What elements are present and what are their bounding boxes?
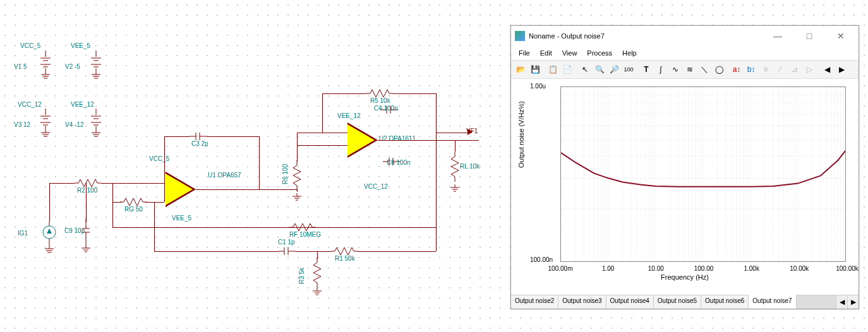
tab-scroll-left[interactable]: ◀: [836, 295, 847, 309]
cursor-a-icon[interactable]: a↕: [730, 62, 744, 76]
titlebar[interactable]: Noname - Output noise7 — □ ✕: [511, 26, 859, 46]
grid4-icon[interactable]: ▷: [802, 62, 816, 76]
wire: [112, 202, 121, 203]
zoom-fit-icon[interactable]: 100: [622, 62, 636, 76]
tab-scroll-right[interactable]: ▶: [847, 295, 859, 309]
wire: [164, 136, 190, 137]
plot-area[interactable]: Output noise (V/Hz½) Frequency (Hz) 1.00…: [511, 79, 859, 295]
probe-arrow-icon: [467, 129, 473, 135]
comp-r1: R1 50k: [335, 255, 355, 262]
curve2-icon[interactable]: ∿: [668, 62, 682, 76]
toolbar: 📂 💾 📋 📄 ↖ 🔍 🔎 100 T ∫ ∿ ≋ ＼ ◯ a↕ b↕ ≡ ∕ …: [511, 60, 859, 79]
comp-r3: R3 5k: [298, 268, 305, 284]
resistor-icon: [292, 160, 302, 191]
menu-file[interactable]: File: [514, 47, 535, 59]
comp-r2: R2 100: [77, 187, 97, 194]
zoom-out-icon[interactable]: 🔎: [607, 62, 621, 76]
net-label: VCC_5: [20, 42, 40, 49]
net-label: VCC_12: [364, 183, 388, 190]
wire: [297, 133, 298, 162]
grid2-icon[interactable]: ∕: [773, 62, 787, 76]
net-label: VEE_12: [337, 112, 361, 119]
resistor-icon: [450, 151, 460, 182]
net-label: VEE_5: [71, 42, 90, 49]
curve3-icon[interactable]: ≋: [683, 62, 697, 76]
save-icon[interactable]: 💾: [528, 62, 542, 76]
menu-help[interactable]: Help: [617, 47, 642, 59]
tab[interactable]: Output noise6: [701, 295, 749, 309]
wire: [49, 183, 50, 221]
comp-v1: V1 5: [14, 63, 27, 70]
net-label: VCC_12: [18, 101, 42, 108]
x-tick: 10.00: [648, 265, 664, 272]
grid1-icon[interactable]: ≡: [759, 62, 773, 76]
menubar: File Edit View Process Help: [511, 46, 859, 60]
grid3-icon[interactable]: ⊿: [788, 62, 802, 76]
menu-process[interactable]: Process: [582, 47, 617, 59]
wire: [196, 189, 297, 190]
wire: [297, 189, 298, 192]
net-label: VCC_5: [149, 155, 169, 162]
wire: [455, 140, 455, 151]
text-icon[interactable]: T: [639, 62, 653, 76]
tab[interactable]: Output noise3: [558, 295, 606, 309]
tab[interactable]: Output noise7: [749, 295, 796, 309]
y-tick: 1.00u: [530, 83, 546, 90]
comp-ig1: IG1: [18, 230, 28, 237]
tab[interactable]: Output noise5: [654, 295, 701, 309]
next-icon[interactable]: ▶: [835, 62, 848, 76]
comp-c4: C4 100n: [374, 105, 398, 112]
wire: [207, 136, 259, 137]
x-axis-label: Frequency (Hz): [661, 273, 709, 281]
result-window[interactable]: Noname - Output noise7 — □ ✕ File Edit V…: [510, 25, 859, 309]
minimize-button[interactable]: —: [764, 28, 792, 44]
maximize-button[interactable]: □: [795, 28, 823, 44]
tab[interactable]: Output noise2: [511, 295, 558, 309]
x-tick: 100.00k: [836, 265, 859, 272]
comp-u1: U1 OPA657: [208, 172, 241, 179]
close-button[interactable]: ✕: [827, 28, 855, 44]
wire: [154, 202, 155, 251]
prev-icon[interactable]: ◀: [820, 62, 834, 76]
net-label: VEE_5: [172, 215, 191, 222]
wire: [436, 140, 437, 227]
menu-view[interactable]: View: [557, 47, 582, 59]
comp-rf: RF 10MEG: [289, 231, 321, 238]
open-icon[interactable]: 📂: [514, 62, 527, 76]
x-tick: 10.00k: [790, 265, 809, 272]
wire: [164, 183, 165, 202]
paste-icon[interactable]: 📄: [560, 62, 574, 76]
menu-edit[interactable]: Edit: [535, 47, 557, 59]
pointer-icon[interactable]: ↖: [578, 62, 592, 76]
wire: [322, 93, 323, 133]
zoom-in-icon[interactable]: 🔍: [593, 62, 606, 76]
cursor-b-icon[interactable]: b↕: [744, 62, 758, 76]
wire: [436, 227, 437, 251]
comp-r5: R5 10k: [370, 97, 390, 104]
comp-c6: C6 100n: [387, 159, 411, 166]
wire: [49, 183, 75, 184]
wire: [112, 227, 436, 228]
schematic-canvas[interactable]: VCC_5 VEE_5 V1 5 V2 -5 VCC_12 VEE_12 V3 …: [0, 0, 493, 332]
wire: [112, 183, 113, 202]
ground-icon: [312, 288, 322, 298]
plot-curve: [561, 87, 845, 261]
ellipse-icon[interactable]: ◯: [712, 62, 726, 76]
x-tick: 1.00k: [744, 265, 759, 272]
curve1-icon[interactable]: ∫: [654, 62, 668, 76]
app-icon: [515, 31, 525, 41]
comp-v2: V2 -5: [65, 63, 80, 70]
comp-c1: C1 1p: [278, 239, 295, 246]
comp-c9: C9 10p: [64, 227, 85, 234]
tab-strip: Output noise2Output noise3Output noise4O…: [511, 295, 859, 309]
wire: [378, 140, 479, 141]
comp-r6: R6 100: [282, 164, 289, 184]
copy-icon[interactable]: 📋: [546, 62, 560, 76]
line-icon[interactable]: ＼: [697, 62, 711, 76]
voltage-source-icon: [90, 50, 102, 82]
y-tick: 100.00n: [530, 256, 553, 263]
tab[interactable]: Output noise4: [606, 295, 654, 309]
wire: [112, 202, 113, 227]
wire: [393, 93, 436, 94]
wire: [154, 251, 278, 252]
